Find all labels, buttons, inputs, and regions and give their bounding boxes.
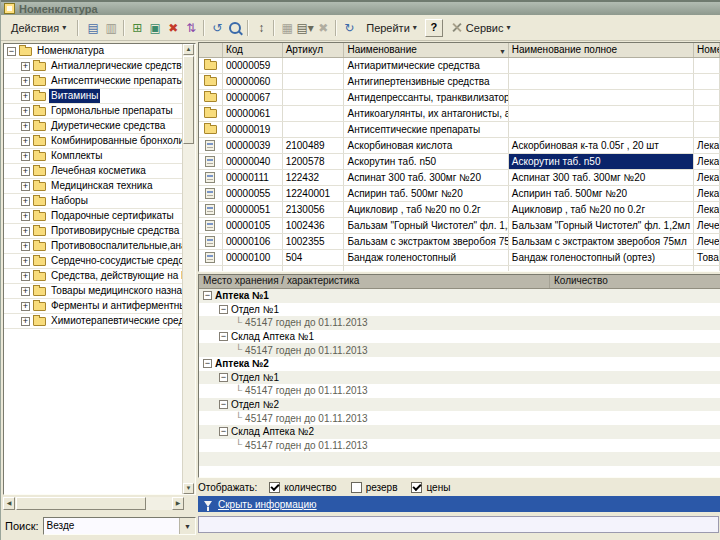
tree-item[interactable]: +Химиотерапевтические средства [4, 314, 183, 329]
cell-name[interactable]: Антидепрессанты, транквилизаторы, сно... [344, 90, 508, 105]
cell-article[interactable]: 2130056 [283, 202, 345, 217]
storage-tree-row[interactable]: └45147 годен до 01.11.2013 [199, 384, 720, 398]
storage-tree-row[interactable]: └45147 годен до 01.11.2013 [199, 411, 720, 425]
table-row[interactable]: 00000060Антигипертензивные средства [199, 74, 720, 90]
table-row[interactable]: 00000061Антикоагулянты, их антагонисты, … [199, 106, 720, 122]
search-icon[interactable] [226, 19, 244, 37]
cell-group[interactable]: Лекар [694, 186, 720, 201]
checkbox[interactable] [411, 482, 422, 493]
expand-icon[interactable]: + [21, 257, 30, 266]
cell-code[interactable]: 00000105 [223, 218, 283, 233]
storage-tree-row[interactable]: −Аптека №1 [199, 289, 720, 303]
cell-full_name[interactable] [509, 74, 694, 89]
cell-article[interactable] [283, 106, 345, 121]
table-row[interactable]: 000000401200578Аскорутин таб. n50Аскорут… [199, 154, 720, 170]
collapse-icon[interactable]: − [219, 373, 228, 382]
expand-icon[interactable]: + [21, 167, 30, 176]
cell-code[interactable]: 00000051 [223, 202, 283, 217]
scroll-down-button[interactable]: ▼ [183, 483, 194, 494]
collapse-icon[interactable]: − [219, 305, 228, 314]
cell-full_name[interactable]: Аскорутин таб. n50 [509, 154, 694, 169]
delete-item-icon[interactable]: ✖ [164, 19, 182, 37]
cell-article[interactable]: 2100489 [283, 138, 345, 153]
hide-info-link[interactable]: Скрыть информацию [218, 499, 317, 510]
cell-name[interactable]: Ацикловир , таб №20 по 0.2г [344, 202, 508, 217]
cell-article[interactable]: 1200578 [283, 154, 345, 169]
table-row[interactable]: 000001051002436Бальзам "Горный Чистотел"… [199, 218, 720, 234]
tree-item[interactable]: +Гормональные препараты [4, 104, 183, 119]
table-row[interactable]: 00000100504Бандаж голеностопныйБандаж го… [199, 250, 720, 266]
expand-icon[interactable]: + [21, 152, 30, 161]
cell-full_name[interactable] [509, 106, 694, 121]
cell-code[interactable]: 00000061 [223, 106, 283, 121]
cell-name[interactable]: Аспирин таб. 500мг №20 [344, 186, 508, 201]
cell-group[interactable]: Лекар [694, 154, 720, 169]
cell-group[interactable] [694, 106, 720, 121]
cell-name[interactable]: Аскорутин таб. n50 [344, 154, 508, 169]
expand-icon[interactable]: + [21, 302, 30, 311]
cell-group[interactable] [694, 58, 720, 73]
expand-icon[interactable]: + [21, 212, 30, 221]
titlebar[interactable]: Номенклатура [1, 0, 720, 15]
cell-article[interactable]: 122432 [283, 170, 345, 185]
column-header[interactable]: Код [223, 43, 283, 57]
storage-tree-row[interactable]: −Отдел №1 [199, 303, 720, 317]
table-row[interactable]: 000000392100489Аскорбиновая кислотаАскор… [199, 138, 720, 154]
cell-group[interactable]: Лечеб [694, 234, 720, 249]
tree-item[interactable]: +Диуретические средства [4, 119, 183, 134]
cell-name[interactable]: Аспинат 300 таб. 300мг №20 [344, 170, 508, 185]
cell-code[interactable]: 00000055 [223, 186, 283, 201]
expand-icon[interactable]: + [21, 92, 30, 101]
cell-name[interactable]: Бандаж голеностопный [344, 250, 508, 265]
cell-full_name[interactable] [509, 122, 694, 137]
scrollbar-thumb[interactable] [183, 56, 194, 144]
tree-item[interactable]: +Антиаллергические средства [4, 59, 183, 74]
copy-item-icon[interactable]: ▣ [146, 19, 164, 37]
expand-icon[interactable]: + [21, 227, 30, 236]
expand-icon[interactable]: + [21, 272, 30, 281]
column-header[interactable]: Наименование полное [509, 43, 694, 57]
cell-code[interactable]: 00000059 [223, 58, 283, 73]
actions-menu-button[interactable]: Действия ▾ [5, 19, 72, 37]
column-header[interactable] [199, 43, 223, 57]
cell-code[interactable]: 00000067 [223, 90, 283, 105]
expand-icon[interactable]: + [21, 197, 30, 206]
cell-code[interactable]: 00000060 [223, 74, 283, 89]
collapse-icon[interactable]: − [219, 427, 228, 436]
storage-tree-row[interactable]: └45147 годен до 01.11.2013 [199, 439, 720, 453]
storage-tree-row[interactable]: └45147 годен до 01.11.2013 [199, 316, 720, 330]
print-icon[interactable]: ▦ [278, 19, 296, 37]
table-row[interactable]: 00000059Антиаритмические средства [199, 58, 720, 74]
cell-name[interactable]: Аскорбиновая кислота [344, 138, 508, 153]
column-header[interactable]: Номен [694, 43, 720, 57]
expand-icon[interactable]: + [21, 62, 30, 71]
tree-item[interactable]: +Витамины [4, 89, 183, 104]
tree-item[interactable]: +Комбинированные бронхолитиче [4, 134, 183, 149]
storage-tree-row[interactable]: −Отдел №2 [199, 398, 720, 412]
tree-item[interactable]: +Подарочные сертификаты [4, 209, 183, 224]
tree-vertical-scrollbar[interactable]: ▲ ▼ [182, 44, 195, 494]
cell-full_name[interactable]: Ацикловир , таб №20 по 0.2г [509, 202, 694, 217]
cell-full_name[interactable] [509, 90, 694, 105]
cell-full_name[interactable]: Аспирин таб. 500мг №20 [509, 186, 694, 201]
collapse-icon[interactable]: − [203, 291, 212, 300]
cell-code[interactable]: 00000039 [223, 138, 283, 153]
filter-icon[interactable]: ✖ [314, 19, 332, 37]
refresh-icon[interactable]: ↻ [340, 19, 358, 37]
cell-group[interactable]: Лекар [694, 170, 720, 185]
cell-full_name[interactable] [509, 58, 694, 73]
tree-item[interactable]: +Сердечно-сосудистые средства [4, 254, 183, 269]
service-menu-button[interactable]: Сервис ▾ [445, 18, 517, 37]
cell-code[interactable]: 00000019 [223, 122, 283, 137]
expand-icon[interactable]: + [21, 107, 30, 116]
scroll-left-button[interactable]: ◀ [3, 497, 15, 510]
cell-full_name[interactable]: Аскорбиновая к-та 0.05г , 20 шт [509, 138, 694, 153]
tree-item[interactable]: +Антисептические препараты [4, 74, 183, 89]
expand-icon[interactable]: + [21, 137, 30, 146]
storage-tree-row[interactable]: −Отдел №1 [199, 371, 720, 385]
storage-tree-row[interactable]: −Склад Аптека №1 [199, 330, 720, 344]
cell-article[interactable]: 1002436 [283, 218, 345, 233]
display-option[interactable]: количество [269, 482, 336, 493]
cell-name[interactable]: Антисептические препараты [344, 122, 508, 137]
collapse-icon[interactable]: − [7, 47, 16, 56]
